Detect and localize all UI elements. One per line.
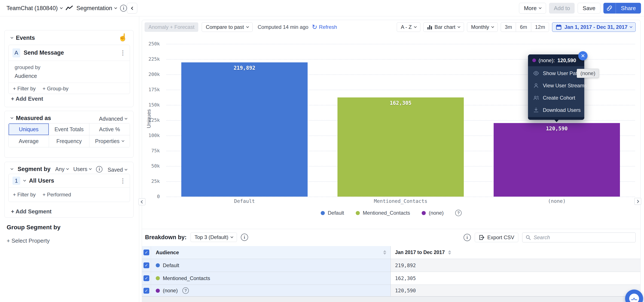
legend-dot xyxy=(321,211,325,215)
collapse-section-icon[interactable] xyxy=(10,36,13,39)
measure-uniques[interactable]: Uniques xyxy=(8,123,49,135)
column-header-audience[interactable]: Audience xyxy=(151,246,391,259)
segment-card: 1 All Users ⋮ + Filter by + Performed xyxy=(8,174,130,202)
table-row-mentioned-contacts[interactable]: Mentioned_Contacts xyxy=(151,272,391,285)
measure-active-pct[interactable]: Active % xyxy=(89,123,130,135)
collapse-section-icon[interactable] xyxy=(10,116,13,119)
chart-type-button[interactable]: Bar chart xyxy=(424,22,464,32)
table-footer-strip xyxy=(142,296,640,302)
export-csv-button[interactable]: Export CSV xyxy=(475,233,518,242)
measure-event-totals[interactable]: Event Totals xyxy=(49,123,89,135)
range-6m-button[interactable]: 6m xyxy=(516,23,531,32)
measure-properties[interactable]: Properties xyxy=(89,135,130,147)
filter-by-link[interactable]: + Filter by xyxy=(13,86,36,92)
search-box xyxy=(522,233,636,242)
row-checkbox[interactable]: ✓ xyxy=(144,288,149,293)
info-icon[interactable]: i xyxy=(241,234,248,241)
info-icon[interactable]: i xyxy=(464,234,471,241)
info-icon[interactable]: i xyxy=(96,166,102,173)
segment-performed-link[interactable]: + Performed xyxy=(42,192,71,198)
sort-icon[interactable] xyxy=(448,250,451,255)
row-label: Default xyxy=(163,262,179,268)
popup-close-button[interactable]: ✕ xyxy=(578,51,588,60)
segment-filter-by-link[interactable]: + Filter by xyxy=(13,192,36,198)
select-property-link[interactable]: + Select Property xyxy=(7,237,50,244)
menu-item-download-users[interactable]: Download Users xyxy=(528,104,584,116)
menu-item-create-cohort[interactable]: Create Cohort xyxy=(528,92,584,104)
y-tick: 200k xyxy=(142,72,160,77)
group-by-link[interactable]: + Group-by xyxy=(42,86,68,92)
measure-frequency[interactable]: Frequency xyxy=(49,135,89,147)
row-check-cell: ✓ xyxy=(142,285,151,296)
row-checkbox[interactable]: ✓ xyxy=(144,275,149,281)
sidebar-collapse-button[interactable] xyxy=(127,3,137,14)
menu-item-view-user-streams[interactable]: View User Streams xyxy=(528,79,584,92)
legend-label: Mentioned_Contacts xyxy=(363,210,410,216)
subject-label: Users xyxy=(73,166,87,172)
segment-by-panel: Segment by Any Users i Saved 1 All Users… xyxy=(4,162,134,218)
event-name[interactable]: Send Message xyxy=(24,50,64,56)
measure-label: Active % xyxy=(99,126,120,132)
row-checkbox[interactable]: ✓ xyxy=(144,262,149,268)
x-tick: (none) xyxy=(494,198,620,204)
more-button[interactable]: More xyxy=(519,3,546,14)
compare-to-past-button[interactable]: Compare to past xyxy=(202,22,252,32)
advanced-dropdown[interactable]: Advanced xyxy=(99,116,127,122)
search-input[interactable] xyxy=(534,234,632,240)
sort-order-button[interactable]: A - Z xyxy=(397,22,420,32)
chart-prev-button[interactable] xyxy=(138,198,146,205)
refresh-button[interactable]: ↻ Refresh xyxy=(312,24,337,30)
help-icon[interactable]: ? xyxy=(455,210,462,216)
share-button[interactable]: Share xyxy=(616,3,641,14)
breakdown-top-selector[interactable]: Top 3 (Default) xyxy=(190,233,237,242)
column-header-daterange[interactable]: Jan 2017 to Dec 2017 xyxy=(391,246,640,259)
date-range-button[interactable]: Jan 1, 2017 - Dec 31, 2017 xyxy=(552,22,636,32)
copy-link-button[interactable] xyxy=(604,3,616,14)
bar-mentioned-contacts[interactable]: 162,305 xyxy=(338,97,464,197)
kebab-menu-icon[interactable]: ⋮ xyxy=(120,49,126,56)
bar-default[interactable]: 219,892 xyxy=(181,62,308,197)
saved-dropdown[interactable]: Saved xyxy=(108,167,127,173)
x-tick: Default xyxy=(181,198,308,204)
segment-name[interactable]: All Users xyxy=(29,178,54,184)
events-title: Events xyxy=(16,35,35,41)
chart-type-label: Bar chart xyxy=(434,24,456,30)
project-selector[interactable]: TeamChat (180840) xyxy=(6,5,62,12)
menu-item-show-user-paths[interactable]: Show User Paths xyxy=(528,67,584,79)
kebab-menu-icon[interactable]: ⋮ xyxy=(120,177,126,184)
share-split-button: Share xyxy=(604,3,641,14)
info-icon[interactable]: i xyxy=(120,5,127,12)
y-tick: 25k xyxy=(142,179,160,184)
legend-item-none[interactable]: (none) xyxy=(422,210,444,216)
popup-footer xyxy=(528,117,584,120)
measure-average[interactable]: Average xyxy=(8,135,49,147)
select-all-cell: ✓ xyxy=(142,246,151,259)
sort-icon[interactable] xyxy=(383,250,386,255)
users-dropdown[interactable]: Users xyxy=(73,166,91,172)
add-segment-link[interactable]: + Add Segment xyxy=(11,208,52,215)
legend-item-default[interactable]: Default xyxy=(321,210,344,216)
range-3m-button[interactable]: 3m xyxy=(501,23,516,32)
legend-item-mentioned-contacts[interactable]: Mentioned_Contacts xyxy=(356,210,410,216)
bar-value-label: 219,892 xyxy=(181,65,308,71)
computed-timestamp: Computed 14 min ago xyxy=(258,24,308,30)
table-row-default[interactable]: Default xyxy=(151,259,391,272)
range-12m-button[interactable]: 12m xyxy=(531,23,549,32)
grouped-by-value[interactable]: Audience xyxy=(14,73,126,79)
granularity-button[interactable]: Monthly xyxy=(467,22,498,32)
table-row-none[interactable]: (none) ? xyxy=(151,285,391,296)
measured-as-title: Measured as xyxy=(16,115,51,121)
add-to-button[interactable]: Add to xyxy=(549,3,574,14)
chart-next-button[interactable] xyxy=(634,198,641,205)
save-button[interactable]: Save xyxy=(578,3,600,14)
select-all-checkbox[interactable]: ✓ xyxy=(144,249,149,255)
add-event-link[interactable]: + Add Event xyxy=(11,95,43,102)
chevron-down-icon[interactable] xyxy=(23,179,26,182)
anomaly-forecast-button[interactable]: Anomaly + Forecast xyxy=(144,22,198,32)
match-any-dropdown[interactable]: Any xyxy=(55,166,68,172)
chart-type-selector[interactable]: Segmentation xyxy=(76,5,117,12)
bar-none[interactable]: 120,590 xyxy=(494,123,620,197)
help-icon[interactable]: ? xyxy=(182,287,189,294)
collapse-section-icon[interactable] xyxy=(10,167,13,170)
interactive-demo-icon[interactable]: ☝ xyxy=(118,33,128,42)
